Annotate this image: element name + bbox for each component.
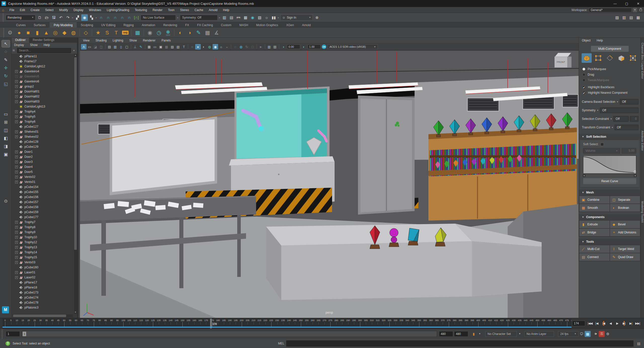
- gamma-field[interactable]: 1.00: [308, 44, 321, 49]
- section-header-tools[interactable]: ▼Tools: [579, 239, 640, 245]
- expand-icon[interactable]: +: [15, 256, 18, 259]
- viewport-menu-renderer[interactable]: Renderer: [140, 39, 158, 42]
- render-current-frame-icon[interactable]: ▤: [228, 14, 235, 21]
- camera-bookmark-icon[interactable]: ▯: [118, 44, 124, 49]
- outliner-menu-display[interactable]: Display: [12, 43, 26, 47]
- outliner-item-gaveteiro4[interactable]: +Gaveteiro4: [12, 69, 74, 74]
- camera-based-selection-value[interactable]: Off: [620, 99, 638, 105]
- poly-platonic-icon[interactable]: ◇: [82, 28, 90, 37]
- expand-icon[interactable]: +: [15, 276, 18, 279]
- outliner-item-trophy8[interactable]: +Trophy8: [12, 225, 74, 230]
- multi-component-button[interactable]: Multi-Component: [591, 46, 629, 52]
- pause-viewport-icon[interactable]: ▮▮: [270, 14, 277, 21]
- outliner-item-shelves01[interactable]: +Shelves01: [12, 129, 74, 134]
- step-back-key-button[interactable]: |◀: [600, 320, 607, 326]
- smooth-button[interactable]: ▦Smooth: [579, 204, 610, 212]
- outliner-item-pcube156[interactable]: pCube156: [12, 194, 74, 200]
- menu-edit[interactable]: Edit: [17, 7, 28, 13]
- layout-single-pane[interactable]: ▭: [2, 111, 10, 118]
- safe-action-icon[interactable]: ▧: [175, 44, 181, 49]
- poly-cone-icon[interactable]: ▲: [42, 28, 51, 37]
- outliner-item-doorhall02[interactable]: +DoorHall02: [12, 94, 74, 99]
- sign-in-button[interactable]: ☺ Sign In▼: [280, 15, 313, 21]
- expand-icon[interactable]: +: [15, 100, 18, 103]
- shelf-tab-rendering[interactable]: Rendering: [159, 23, 181, 28]
- expand-icon[interactable]: +: [15, 221, 18, 224]
- animation-preferences-icon[interactable]: ⚙: [605, 331, 611, 337]
- shelf-tab-motion-graphics[interactable]: Motion Graphics: [252, 23, 282, 28]
- outliner-menu-help[interactable]: Help: [41, 43, 52, 47]
- outliner-search-input[interactable]: [17, 48, 71, 53]
- outliner-item-trophy7[interactable]: +Trophy7: [12, 220, 74, 225]
- outliner-item-trophy9[interactable]: +Trophy9: [12, 230, 74, 235]
- show-channel-box-icon[interactable]: ▦: [635, 14, 641, 21]
- poly-disc-icon[interactable]: ◍: [69, 28, 78, 37]
- symmetry-field[interactable]: Symmetry: Off: [180, 15, 218, 20]
- workspace-select[interactable]: General*: [589, 8, 632, 12]
- outliner-item-vents03[interactable]: +Vents03: [12, 260, 74, 265]
- outliner-item-pcube160[interactable]: pCube160: [12, 265, 74, 270]
- expand-icon[interactable]: +: [15, 95, 18, 98]
- safe-title-icon[interactable]: T: [181, 44, 187, 49]
- two-d-pan-zoom-icon[interactable]: ⊥: [132, 44, 138, 49]
- menu-windows[interactable]: Windows: [86, 7, 104, 13]
- bookmark-dropdown-icon[interactable]: ▼: [477, 331, 483, 337]
- dropdown-arrow-icon[interactable]: ▼: [610, 118, 612, 120]
- animation-end-field[interactable]: 480: [439, 331, 453, 337]
- home-icon[interactable]: ⌂: [2, 8, 4, 12]
- menu-stereo[interactable]: Stereo: [177, 7, 192, 13]
- outliner-item-trophy10[interactable]: +Trophy10: [12, 235, 74, 240]
- outliner-item-pcube157[interactable]: pCube157: [12, 200, 74, 205]
- radio-tweak-marquee[interactable]: Tweak/Marquee: [579, 77, 640, 83]
- expand-icon[interactable]: +: [15, 171, 18, 173]
- light-editor-icon[interactable]: ☼: [263, 14, 270, 21]
- outliner-search-dropdown-icon[interactable]: ▼: [72, 49, 76, 52]
- show-attribute-editor-icon[interactable]: ▥: [621, 14, 627, 21]
- mirror-shelf-icon[interactable]: ◑: [185, 28, 194, 37]
- snap-grid-icon[interactable]: ∩: [98, 14, 104, 21]
- shelf-tab-curves[interactable]: Curves: [12, 23, 30, 28]
- oversan-icon[interactable]: ✎: [138, 44, 144, 49]
- outliner-item-frame17[interactable]: Frame17: [12, 59, 74, 64]
- animation-start-field[interactable]: 1: [6, 331, 20, 337]
- expand-icon[interactable]: +: [15, 115, 18, 118]
- scene-end-field[interactable]: 480: [454, 331, 468, 337]
- shaded-icon[interactable]: ●: [195, 44, 201, 49]
- section-header-mesh[interactable]: ▼Mesh: [579, 189, 640, 195]
- section-header-components[interactable]: ▼Components: [579, 214, 640, 220]
- motion-blur-icon[interactable]: ↻: [244, 44, 250, 49]
- bridge-button[interactable]: ⇄Bridge: [579, 229, 610, 236]
- connect-button[interactable]: ▤Connect: [579, 253, 610, 261]
- outliner-item-door3[interactable]: +Door3: [12, 159, 74, 164]
- menu-arnold[interactable]: Arnold: [206, 7, 220, 13]
- shelf-tab-xgen[interactable]: XGen: [282, 23, 298, 28]
- menu-lighting-shading[interactable]: Lighting/Shading: [104, 7, 132, 13]
- falloff-radius-field[interactable]: 5.00: [622, 148, 636, 154]
- grid-toggle-icon[interactable]: ▦: [146, 44, 152, 49]
- selection-constraint-value[interactable]: Off: [613, 116, 629, 122]
- combine-button[interactable]: ▣Combine: [579, 196, 610, 204]
- layout-four-pane[interactable]: ⊞: [2, 119, 10, 126]
- shelf-tab-poly-modeling[interactable]: Poly Modeling: [50, 22, 76, 28]
- shelf-tab-fx-caching[interactable]: FX Caching: [193, 23, 217, 28]
- face-mode-icon[interactable]: [616, 53, 626, 63]
- menu-cache[interactable]: Cache: [192, 7, 206, 13]
- play-backwards-button[interactable]: ◀: [607, 320, 614, 326]
- outliner-item-trophy4[interactable]: +Trophy4: [12, 109, 74, 114]
- menu-select[interactable]: Select: [43, 7, 56, 13]
- ui-builder-icon[interactable]: ▦: [133, 28, 142, 37]
- outliner-item-pcube159[interactable]: pCube159: [12, 210, 74, 215]
- shelf-tab-custom[interactable]: Custom: [217, 23, 235, 28]
- shelf-menu-gear-icon[interactable]: ⚙: [6, 28, 14, 37]
- wireframe-on-shaded-icon[interactable]: ◉: [213, 44, 218, 49]
- statusline-separator[interactable]: ▸: [95, 14, 97, 21]
- mel-command-input[interactable]: [286, 340, 633, 346]
- colorspace-select[interactable]: ACES 1.0 SDR-video (sRGB)▼: [328, 44, 378, 49]
- image-plane-menu-icon[interactable]: ▢: [124, 44, 130, 49]
- expand-icon[interactable]: +: [15, 110, 18, 113]
- viewport-menu-shading[interactable]: Shading: [93, 39, 110, 42]
- step-forward-frame-button[interactable]: ▶|: [627, 320, 634, 326]
- outliner-item-corridorlight12[interactable]: CorridorLight12: [12, 64, 74, 69]
- bookmark-b-icon[interactable]: ◫: [98, 44, 104, 49]
- symmetry-value[interactable]: Off: [600, 108, 638, 113]
